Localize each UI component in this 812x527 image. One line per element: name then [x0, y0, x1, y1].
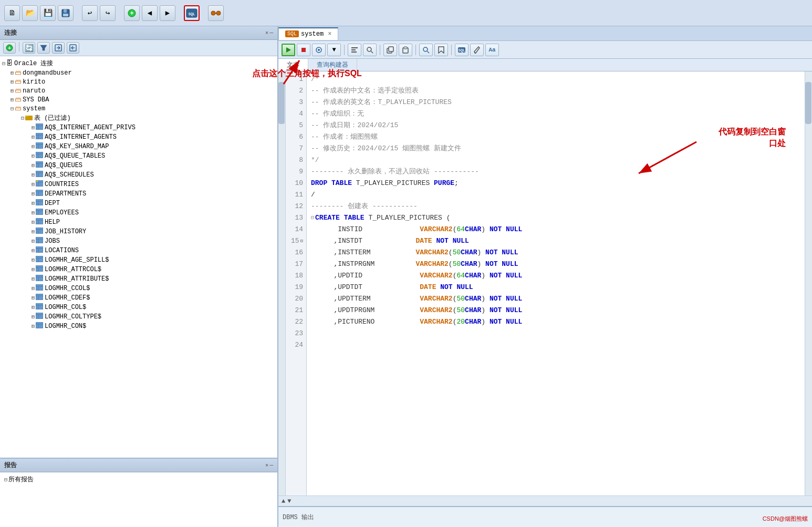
table-AQ_INTERNET_AGENT_PRIVS[interactable]: ⊞ AQ$_INTERNET_AGENT_PRIVS [0, 123, 277, 132]
sub-tab-query-builder[interactable]: 查询构建器 [308, 59, 357, 71]
tab-system[interactable]: SQL system × [278, 27, 338, 40]
table-LOGMHR_CON[interactable]: ⊞ LOGMHR_CON$ [0, 322, 277, 331]
stop-btn[interactable] [297, 44, 310, 56]
minimize-report-icon[interactable]: ─ [269, 462, 273, 469]
table-AQ_INTERNET_AGENTS[interactable]: ⊞ AQ$_INTERNET_AGENTS [0, 132, 277, 142]
conn-system[interactable]: ⊟ 🗃 system [0, 104, 277, 113]
aa-btn[interactable]: Aa [485, 44, 499, 56]
code-content[interactable]: /* -- 作成表的中文名：选手定妆照表 -- 作成表的英文名：T_PLAYLE… [307, 71, 805, 495]
table-HELP[interactable]: ⊞ HELP [0, 218, 277, 227]
open-btn[interactable]: 📂 [22, 5, 38, 21]
right-scrollbar[interactable] [805, 71, 812, 495]
table-LOGMHR_ATTRCOL[interactable]: ⊞ LOGMHR_ATTRCOL$ [0, 265, 277, 274]
table-label-2: AQ$_INTERNET_AGENTS [45, 133, 117, 141]
code-line-15[interactable]: ⊟CREATE TABLE T_PLAYLER_PICTURES ( [311, 212, 800, 224]
table-JOBS[interactable]: ⊞ JOBS [0, 236, 277, 246]
table-icon-5 [36, 161, 43, 170]
conn-dongmandbuser[interactable]: ⊞ 🗃 dongmandbuser [0, 68, 277, 77]
bookmark-btn[interactable] [434, 44, 448, 56]
table-EMPLOYEES[interactable]: ⊞ EMPLOYEES [0, 208, 277, 218]
table-LOGMHR_AGE_SPILL[interactable]: ⊞ LOGMHR_AGE_SPILL$ [0, 255, 277, 265]
table-JOB_HISTORY[interactable]: ⊞ JOB_HISTORY [0, 227, 277, 236]
conn-kirito[interactable]: ⊞ 🗃 kirito [0, 77, 277, 86]
scroll-up-icon[interactable]: ▲ [282, 498, 285, 505]
prev-btn[interactable]: ◀ [142, 5, 158, 21]
folder-tables[interactable]: ⊟ 表 (已过滤) [0, 113, 277, 123]
import-btn[interactable] [52, 42, 65, 54]
add-btn[interactable]: + [124, 5, 140, 21]
refresh-conn-btn[interactable]: 🔄 [23, 42, 35, 54]
conn-naruto[interactable]: ⊞ 🗃 naruto [0, 86, 277, 95]
table-DEPARTMENTS[interactable]: ⊞ DEPARTMENTS [0, 189, 277, 199]
table-AQ_QUEUE_TABLES[interactable]: ⊞ AQ$_QUEUE_TABLES [0, 151, 277, 161]
scroll-down-icon[interactable]: ▼ [287, 498, 291, 505]
run-sql-btn[interactable] [282, 44, 295, 56]
commit-btn[interactable] [312, 44, 326, 56]
table-LOCATIONS[interactable]: ⊞ LOCATIONS [0, 246, 277, 255]
left-scrollbar[interactable] [278, 71, 286, 495]
next-btn[interactable]: ▶ [160, 5, 175, 21]
table-LOGMHR_COLTYPE[interactable]: ⊞ LOGMHR_COLTYPE$ [0, 312, 277, 322]
oracle-root-toggle[interactable]: ⊟ [2, 60, 5, 67]
add-conn-btn[interactable]: + [3, 42, 16, 54]
table-LOGMHR_ATTRIBUTE[interactable]: ⊞ LOGMHR_ATTRIBUTE$ [0, 274, 277, 284]
search-btn[interactable] [363, 44, 377, 56]
svg-rect-96 [389, 47, 393, 51]
copy-btn[interactable] [383, 44, 397, 56]
save-btn[interactable]: 💾 [40, 5, 56, 21]
table-LOGMHR_CDEF[interactable]: ⊞ LOGMHR_CDEF$ [0, 293, 277, 303]
code-editor[interactable]: 12345 678910 11121314 15⊟ 1617181920 212… [278, 71, 812, 495]
tab-close-btn[interactable]: × [328, 30, 331, 38]
table-COUNTRIES[interactable]: ⊞ COUNTRIES [0, 180, 277, 189]
svg-point-93 [367, 47, 371, 51]
conn-label-sysdba: SYS DBA [23, 96, 49, 104]
svg-rect-83 [36, 322, 43, 328]
table-LOGMHR_COL[interactable]: ⊞ LOGMHR_COL$ [0, 303, 277, 312]
folder-icon-tables [25, 114, 33, 122]
left-scrollbar-thumb[interactable] [278, 82, 285, 124]
close-panel-icon[interactable]: × [265, 30, 269, 36]
minimize-panel-icon[interactable]: ─ [269, 30, 273, 36]
find-btn[interactable] [419, 44, 433, 56]
report-panel-title: 报告 [4, 461, 17, 470]
connection-panel: 连接 × ─ + 🔄 [0, 26, 277, 459]
connections-btn[interactable] [208, 5, 224, 21]
table-AQ_QUEUES[interactable]: ⊞ AQ$_QUEUES [0, 161, 277, 170]
svg-rect-62 [36, 256, 43, 262]
redo-btn[interactable]: ↪ [100, 5, 116, 21]
svg-text:SQL: SQL [189, 12, 195, 16]
conn-label-kirito: kirito [23, 78, 45, 86]
table-DEPT[interactable]: ⊞ DEPT [0, 199, 277, 208]
dropdown-btn[interactable]: ▼ [327, 44, 341, 56]
sub-tabs: 文本 查询构建器 [278, 59, 812, 71]
bottom-nav-bar: ▲ ▼ [278, 495, 812, 506]
oracle-root[interactable]: ⊟ 🗄 Oracle 连接 [0, 58, 277, 68]
close-report-icon[interactable]: × [265, 462, 269, 469]
db-icon-dongmandbuser: 🗃 [15, 69, 21, 77]
left-panel: 连接 × ─ + 🔄 [0, 26, 278, 527]
save-as-btn[interactable] [58, 5, 74, 21]
edit-btn[interactable] [470, 44, 484, 56]
conn-sysdba[interactable]: ⊞ 🗃 SYS DBA [0, 95, 277, 104]
tab-bar: SQL system × [278, 26, 812, 41]
sql-monitor-btn[interactable]: SQL [184, 5, 200, 21]
report-all[interactable]: ⊟ 所有报告 [2, 474, 275, 484]
table-icon-13 [36, 237, 43, 245]
output-label: DBMS 输出 [283, 513, 314, 522]
filter-conn-btn[interactable] [37, 42, 50, 54]
table-AQ_KEY_SHARD_MAP[interactable]: ⊞ AQ$_KEY_SHARD_MAP [0, 142, 277, 151]
paste-btn[interactable] [399, 44, 412, 56]
panel-header-icons: × ─ [265, 30, 273, 36]
table-icon-18 [36, 284, 43, 293]
export-btn[interactable] [67, 42, 79, 54]
sub-tab-text[interactable]: 文本 [278, 59, 308, 71]
sql-btn2[interactable]: SQL [455, 44, 469, 56]
undo-btn[interactable]: ↩ [82, 5, 98, 21]
db-icon-system: 🗃 [15, 105, 21, 112]
scrollbar-thumb[interactable] [805, 82, 811, 124]
format-btn[interactable] [348, 44, 361, 56]
connection-panel-title: 连接 [4, 28, 17, 37]
new-file-btn[interactable]: 🗎 [4, 5, 20, 21]
table-AQ_SCHEDULES[interactable]: ⊞ AQ$_SCHEDULES [0, 170, 277, 180]
table-LOGMHR_CCOL[interactable]: ⊞ LOGMHR_CCOL$ [0, 284, 277, 293]
